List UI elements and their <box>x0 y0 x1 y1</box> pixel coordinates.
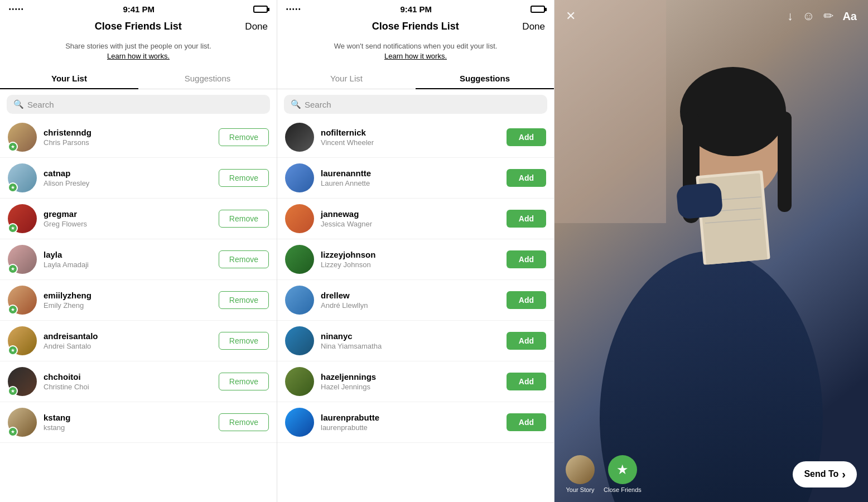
user-handle: laurenprabutte <box>321 413 507 422</box>
remove-button[interactable]: Remove <box>219 250 269 268</box>
text-tool-button[interactable]: Aa <box>842 10 857 23</box>
tab-your-list-1[interactable]: Your List <box>0 68 138 89</box>
list-item: ★ emiilyzheng Emily Zheng Remove <box>0 280 277 321</box>
user-name: Jessica Wagner <box>321 220 507 228</box>
remove-button[interactable]: Remove <box>219 373 269 390</box>
user-name: kstang <box>44 423 219 432</box>
remove-button[interactable]: Remove <box>219 332 269 350</box>
search-placeholder-2: Search <box>305 100 331 109</box>
user-info: catnap Alison Presley <box>44 168 219 187</box>
avatar <box>285 367 314 396</box>
nav-bar-2: Close Friends List Done <box>277 16 554 38</box>
sticker-icon[interactable]: ☺ <box>802 9 814 23</box>
status-bar-2: ••••• 9:41 PM <box>277 0 554 16</box>
time-1: 9:41 PM <box>123 4 155 14</box>
avatar <box>285 326 314 355</box>
user-list-1: ★ christenndg Chris Parsons Remove ★ cat… <box>0 117 277 502</box>
avatar <box>285 204 314 233</box>
avatar-wrap <box>285 123 314 152</box>
user-handle: jannewag <box>321 209 507 219</box>
pen-icon[interactable]: ✏ <box>823 9 833 23</box>
send-to-button[interactable]: Send To › <box>793 461 857 487</box>
close-friends-option[interactable]: ★ Close Friends <box>604 455 642 493</box>
list-item: ★ chchoitoi Christine Choi Remove <box>0 361 277 402</box>
avatar-wrap <box>285 367 314 396</box>
search-bar-1[interactable]: 🔍 Search <box>7 95 270 114</box>
status-bar-1: ••••• 9:41 PM <box>0 0 277 16</box>
remove-button[interactable]: Remove <box>219 413 269 431</box>
list-item: ★ kstang kstang Remove <box>0 402 277 443</box>
search-bar-2[interactable]: 🔍 Search <box>284 95 547 114</box>
avatar-wrap: ★ <box>8 286 37 315</box>
avatar <box>285 245 314 274</box>
user-name: Alison Presley <box>44 179 219 187</box>
add-button[interactable]: Add <box>507 250 546 268</box>
list-item: jannewag Jessica Wagner Add <box>277 199 554 239</box>
user-handle: layla <box>44 250 219 259</box>
battery-2 <box>531 6 545 13</box>
avatar-wrap <box>285 286 314 315</box>
user-info: jannewag Jessica Wagner <box>321 209 507 228</box>
search-placeholder-1: Search <box>27 100 54 109</box>
user-info: laurenprabutte laurenprabutte <box>321 413 507 432</box>
user-info: laurenanntte Lauren Annette <box>321 168 507 187</box>
done-button-1[interactable]: Done <box>245 21 268 32</box>
user-handle: ninanyc <box>321 331 507 341</box>
avatar-wrap: ★ <box>8 326 37 355</box>
remove-button[interactable]: Remove <box>219 210 269 228</box>
star-icon: ★ <box>616 462 629 477</box>
tab-suggestions-2[interactable]: Suggestions <box>416 68 554 89</box>
user-info: chchoitoi Christine Choi <box>44 372 219 391</box>
close-icon[interactable]: ✕ <box>566 9 576 23</box>
avatar-wrap: ★ <box>8 367 37 396</box>
time-2: 9:41 PM <box>400 4 432 14</box>
avatar-wrap <box>285 326 314 355</box>
story-background <box>554 0 868 502</box>
tab-suggestions-1[interactable]: Suggestions <box>138 68 277 89</box>
user-info: hazeljennings Hazel Jennings <box>321 372 507 391</box>
user-handle: chchoitoi <box>44 372 219 382</box>
subtitle-2: We won't send notifications when you edi… <box>277 38 554 64</box>
avatar-wrap <box>285 163 314 192</box>
learn-link-1[interactable]: Learn how it works. <box>107 52 170 60</box>
list-item: ★ layla Layla Amadaji Remove <box>0 239 277 280</box>
user-info: drellew André Llewllyn <box>321 291 507 310</box>
tab-your-list-2[interactable]: Your List <box>277 68 416 89</box>
add-button[interactable]: Add <box>507 413 546 431</box>
nav-bar-1: Close Friends List Done <box>0 16 277 38</box>
battery-1 <box>253 6 268 13</box>
remove-button[interactable]: Remove <box>219 291 269 309</box>
add-button[interactable]: Add <box>507 373 546 390</box>
add-button[interactable]: Add <box>507 291 546 309</box>
panel-suggestions: ••••• 9:41 PM Close Friends List Done We… <box>277 0 554 502</box>
story-icons-right: ↓ ☺ ✏ Aa <box>787 9 857 23</box>
user-info: emiilyzheng Emily Zheng <box>44 291 219 310</box>
list-item: laurenanntte Lauren Annette Add <box>277 158 554 199</box>
avatar <box>285 163 314 192</box>
add-button[interactable]: Add <box>507 210 546 228</box>
user-name: Andrei Santalo <box>44 342 219 350</box>
close-friends-label: Close Friends <box>604 486 642 493</box>
signal-dots-1: ••••• <box>9 6 25 12</box>
user-name: Hazel Jennings <box>321 383 507 391</box>
remove-button[interactable]: Remove <box>219 128 269 146</box>
add-button[interactable]: Add <box>507 169 546 187</box>
close-friends-icon: ★ <box>608 455 637 484</box>
learn-link-2[interactable]: Learn how it works. <box>384 52 447 60</box>
your-story-option[interactable]: Your Story <box>566 455 595 493</box>
add-button[interactable]: Add <box>507 128 546 146</box>
user-name: Chris Parsons <box>44 138 219 147</box>
send-to-arrow-icon: › <box>842 468 846 481</box>
done-button-2[interactable]: Done <box>522 21 545 32</box>
user-handle: catnap <box>44 168 219 178</box>
avatar <box>285 286 314 315</box>
avatar-wrap <box>285 204 314 233</box>
user-name: Emily Zheng <box>44 301 219 310</box>
user-handle: lizzeyjohnson <box>321 250 507 259</box>
add-button[interactable]: Add <box>507 332 546 350</box>
download-icon[interactable]: ↓ <box>787 9 793 23</box>
list-item: ★ gregmar Greg Flowers Remove <box>0 199 277 239</box>
send-to-label: Send To <box>804 469 838 479</box>
remove-button[interactable]: Remove <box>219 169 269 187</box>
user-info: ninanyc Nina Yiamsamatha <box>321 331 507 350</box>
